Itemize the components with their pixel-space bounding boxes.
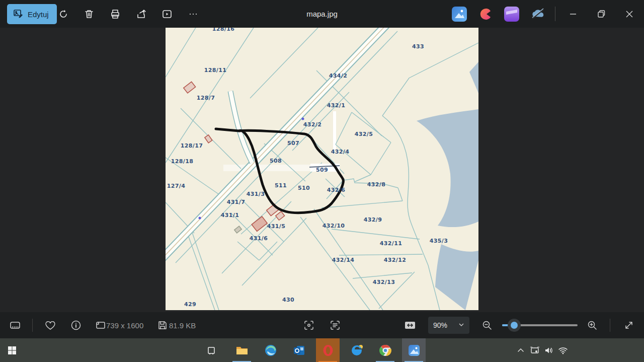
info-icon[interactable] <box>67 316 85 334</box>
photos-app-icon[interactable] <box>452 7 467 22</box>
restore-button[interactable] <box>587 0 615 28</box>
tray-expand-icon[interactable] <box>514 338 527 362</box>
parcel-label: 433 <box>412 43 424 50</box>
text-extract-icon[interactable] <box>326 316 344 334</box>
fullscreen-button[interactable] <box>620 316 638 334</box>
parcel-label: 128/17 <box>181 142 203 149</box>
volume-icon[interactable] <box>542 338 555 362</box>
zoom-slider-thumb[interactable] <box>508 319 521 332</box>
filmstrip-icon[interactable] <box>6 316 24 334</box>
titlebar-separator <box>555 7 555 21</box>
video-editor-icon[interactable] <box>504 7 519 22</box>
taskbar-item-edge[interactable] <box>259 338 282 362</box>
parcel-label: 431/1 <box>221 212 239 219</box>
parcel-label: 510 <box>298 185 310 191</box>
delete-icon[interactable] <box>79 4 99 24</box>
map-marker-dot <box>199 217 201 220</box>
onedrive-icon[interactable] <box>530 7 545 22</box>
slideshow-icon[interactable] <box>157 4 177 24</box>
zoom-level-dropdown[interactable]: 90% <box>428 317 469 334</box>
zoom-out-button[interactable] <box>478 316 496 334</box>
image-dimensions: 739 x 1600 <box>106 312 143 338</box>
visual-search-icon[interactable] <box>300 316 318 334</box>
parcel-label: 434/2 <box>329 73 348 79</box>
parcel-label: 127/4 <box>167 183 186 189</box>
parcel-label: 432/1 <box>327 102 346 109</box>
taskbar-item-outlook[interactable] <box>287 338 311 362</box>
print-icon[interactable] <box>105 4 125 24</box>
parcel-label: 431/3 <box>247 191 265 197</box>
clipchamp-icon[interactable] <box>478 7 493 22</box>
fit-screen-button[interactable] <box>401 316 419 334</box>
parcel-label: 432/5 <box>355 131 373 137</box>
parcel-label: 128/16 <box>212 28 235 32</box>
taskbar-item-ie[interactable] <box>345 338 368 362</box>
statusbar: 739 x 1600 81.9 KB 90% <box>0 312 644 338</box>
parcel-label: 432/12 <box>384 257 407 263</box>
parcel-label: 432/13 <box>373 279 395 285</box>
parcel-label: 432/10 <box>323 223 345 229</box>
parcel-label: 432/8 <box>367 181 386 188</box>
parcel-label: 128/18 <box>171 158 194 165</box>
statusbar-separator-2 <box>610 319 610 332</box>
rotate-icon[interactable] <box>53 4 73 24</box>
parcel-label: 432/9 <box>364 216 382 223</box>
parcel-label: 432/4 <box>331 149 350 155</box>
map-marker-dot <box>302 118 304 120</box>
photo-viewer-canvas: 128/16433128/11434/2128/7432/1432/2432/5… <box>0 28 644 312</box>
parcel-label: 429 <box>184 301 196 308</box>
start-button[interactable] <box>0 338 24 362</box>
taskbar: 0 Adresowo.pl <box>0 338 644 362</box>
parcel-label: 431/5 <box>267 223 286 230</box>
edit-button[interactable]: Edytuj <box>7 4 57 24</box>
close-button[interactable] <box>615 0 643 28</box>
parcel-label: 431/6 <box>250 235 268 242</box>
statusbar-separator <box>32 319 33 332</box>
minimize-button[interactable] <box>559 0 587 28</box>
wifi-icon[interactable] <box>556 338 570 362</box>
image-filesize: 81.9 KB <box>169 312 196 338</box>
map-image[interactable]: 128/16433128/11434/2128/7432/1432/2432/5… <box>166 28 478 310</box>
taskbar-item-chrome[interactable] <box>373 338 397 362</box>
parcel-label: 511 <box>275 182 287 189</box>
desktop: Edytuj mapa.jpg <box>0 0 644 362</box>
favorite-icon[interactable] <box>41 316 59 334</box>
zoom-in-button[interactable] <box>583 316 601 334</box>
cast-icon[interactable] <box>528 338 541 362</box>
parcel-label: 432/2 <box>303 121 322 128</box>
parcel-label: 432/6 <box>327 187 346 193</box>
task-view-button[interactable] <box>200 338 224 362</box>
parcel-label: 507 <box>287 140 299 147</box>
more-icon[interactable] <box>183 4 203 24</box>
parcel-label: 509 <box>316 167 328 173</box>
parcel-label: 508 <box>270 158 282 164</box>
edit-button-label: Edytuj <box>28 10 49 19</box>
zoom-slider[interactable] <box>502 324 578 326</box>
titlebar: Edytuj mapa.jpg <box>0 0 644 28</box>
parcel-label: 431/7 <box>227 199 246 205</box>
taskbar-item-explorer[interactable] <box>230 338 254 362</box>
zoom-level-value: 90% <box>433 321 447 329</box>
taskbar-item-photos[interactable] <box>402 338 426 362</box>
taskbar-item-opera[interactable] <box>316 338 340 362</box>
parcel-label: 432/11 <box>380 240 403 247</box>
share-icon[interactable] <box>131 4 151 24</box>
parcel-label: 435/3 <box>430 238 448 244</box>
parcel-label: 432/14 <box>332 257 355 263</box>
chevron-down-icon <box>458 321 464 329</box>
parcel-label: 430 <box>282 297 294 303</box>
parcel-label: 128/7 <box>197 95 215 101</box>
edit-image-icon <box>13 9 23 20</box>
parcel-label: 128/11 <box>204 67 227 74</box>
